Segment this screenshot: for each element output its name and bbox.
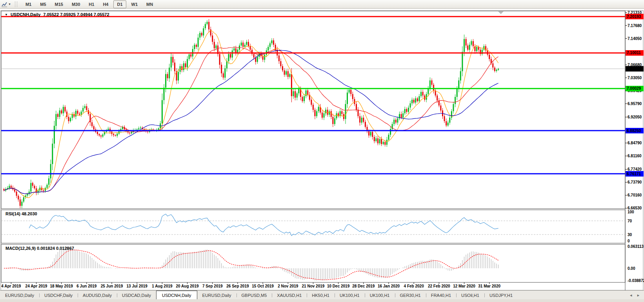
price-level-badge-label: 6.88250 — [627, 129, 641, 133]
date-label: 4 Feb 2020 — [404, 284, 424, 288]
price-level-badge-label: 7.00029 — [627, 86, 641, 91]
price-axis-label: 6.77420 — [628, 167, 642, 171]
price-level-badge-label: 7.10011 — [627, 51, 641, 55]
rsi-axis-label: 0 — [628, 239, 630, 243]
date-label: 18 May 2019 — [50, 284, 73, 288]
date-label: 25 Jun 2019 — [101, 284, 123, 288]
date-label: 2 Nov 2019 — [278, 284, 298, 288]
price-level-badge-label: 6.76171 — [627, 172, 641, 176]
date-label: 7 Sep 2019 — [202, 284, 223, 288]
macd-axis-label: -0.038872 — [628, 278, 644, 283]
date-label: 4 Apr 2019 — [1, 284, 21, 288]
price-axis-label: 6.73790 — [628, 180, 642, 184]
date-label: 20 Aug 2019 — [176, 284, 199, 288]
date-label: 12 Mar 2020 — [453, 284, 475, 288]
chart-menu-caret-icon[interactable]: ▼ — [5, 13, 8, 16]
price-axis-label: 6.92050 — [628, 115, 642, 119]
price-axis-label: 6.84790 — [628, 141, 642, 145]
chart-title: ▼ USDCNH,Daily 7.05522 7.05925 7.04944 7… — [5, 12, 109, 17]
price-axis-label: 6.81160 — [628, 154, 642, 158]
rsi-indicator-label: RSI(14) 48.2030 — [5, 211, 37, 216]
chart-symbol-period: USDCNH,Daily — [11, 12, 40, 17]
date-label: 26 Sep 2019 — [226, 284, 249, 288]
price-axis-label: 7.03050 — [628, 76, 642, 80]
price-axis-label: 7.17680 — [628, 24, 642, 28]
rsi-axis-label: 70 — [628, 219, 632, 223]
date-label: 13 Jul 2019 — [127, 284, 148, 288]
date-label: 10 Dec 2019 — [327, 284, 350, 288]
date-label: 22 Feb 2020 — [428, 284, 450, 288]
tab-usdcnh-daily[interactable]: USDCNH,Daily — [156, 291, 197, 299]
macd-axis-label: 0.063113 — [628, 244, 644, 249]
date-label: 24 Apr 2019 — [25, 284, 47, 288]
rsi-pane — [1, 210, 625, 243]
price-level-badge-label: 7.05572 — [627, 67, 641, 71]
date-label: 21 Nov 2019 — [302, 284, 325, 288]
date-label: 16 Jan 2020 — [378, 284, 400, 288]
chart-ohlc-values: 7.05522 7.05925 7.04944 7.05572 — [43, 12, 109, 17]
trading-terminal: ▼ M1M5M15M30H1H4D1W1MN ▼ USDCNH,Daily 7.… — [0, 0, 644, 302]
price-axis-label: 7.14050 — [628, 36, 642, 41]
macd-indicator-label: MACD(12,26,9) 0.001824 0.012867 — [5, 246, 74, 251]
macd-axis-label: 0.00 — [628, 266, 635, 271]
date-label: 6 Jun 2019 — [76, 284, 97, 288]
rsi-axis-label: 30 — [628, 233, 632, 237]
price-level-badge-label: 7.20193 — [627, 15, 641, 19]
date-label: 31 Mar 2020 — [478, 284, 500, 288]
date-label: 15 Oct 2019 — [252, 284, 274, 288]
date-label: 1 Aug 2019 — [152, 284, 173, 288]
price-axis-label: 6.95790 — [628, 102, 642, 106]
date-label: 28 Dec 2019 — [352, 284, 375, 288]
chart-canvas[interactable]: 7.213107.176807.140507.066807.030506.994… — [0, 0, 644, 302]
price-axis-label: 6.70160 — [628, 193, 642, 197]
rsi-axis-label: 100 — [628, 210, 634, 214]
